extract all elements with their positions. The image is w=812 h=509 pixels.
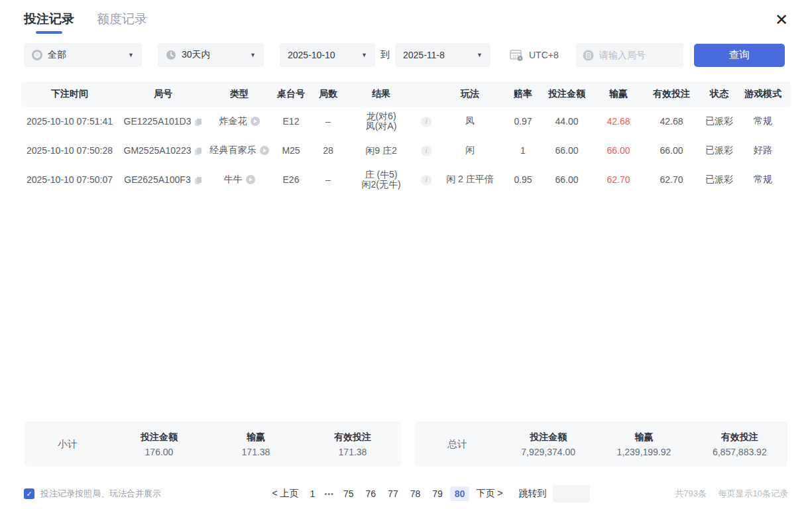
records-table: 下注时间 局号 类型 桌台号 局数 结果 玩法 赔率 投注金额 输赢 有效投注 … — [21, 82, 791, 194]
play-video-icon[interactable] — [251, 117, 260, 126]
close-icon[interactable]: ✕ — [771, 11, 792, 29]
copy-icon[interactable] — [194, 176, 202, 185]
info-icon[interactable]: i — [421, 146, 432, 156]
result-line1: 闲9 庄2 — [345, 146, 418, 156]
result-line2: 凤(对A) — [345, 121, 418, 131]
tab-betting-records[interactable]: 投注记录 — [24, 11, 74, 34]
chevron-down-icon: ▼ — [243, 52, 256, 58]
play-video-icon[interactable] — [246, 175, 255, 184]
page-button-78[interactable]: 78 — [406, 486, 426, 501]
page-button-77[interactable]: 77 — [383, 486, 403, 501]
info-icon[interactable]: i — [421, 175, 432, 186]
pagination: < 上页 1 ••• 75 76 77 78 79 80 下页 > 跳转到 — [243, 485, 616, 502]
valid-bet: 42.68 — [644, 116, 699, 127]
copy-icon[interactable] — [194, 118, 202, 127]
chevron-down-icon: ▼ — [355, 52, 367, 58]
valid-bet: 62.70 — [644, 174, 699, 185]
round-count: – — [312, 116, 345, 127]
total-valid: 有效投注 6,857,883.92 — [692, 431, 787, 457]
date-to-value: 2025-11-8 — [403, 50, 445, 60]
filter-bar: 全部 ▼ 30天内 ▼ 2025-10-10 ▼ 到 2025-11-8 ▼ U… — [24, 43, 788, 67]
prev-page-button[interactable]: < 上页 — [268, 486, 303, 502]
game-type: 牛牛 — [224, 174, 243, 184]
column-header-bet-amount: 投注金额 — [541, 88, 593, 100]
copy-icon[interactable] — [194, 147, 202, 156]
merge-checkbox[interactable]: ✓ — [24, 488, 34, 499]
merge-display-option: ✓ 投注记录按照局、玩法合并展示 — [24, 488, 243, 500]
result-line2: 闲2(无牛) — [345, 180, 418, 190]
game-type-cell: 牛牛 — [208, 174, 270, 186]
tab-label: 额度记录 — [97, 12, 147, 26]
jump-input[interactable] — [553, 485, 590, 502]
next-page-button[interactable]: 下页 > — [472, 486, 506, 502]
stat-label: 投注金额 — [111, 431, 207, 443]
chevron-down-icon: ▼ — [121, 52, 134, 58]
round-id-cell: GE1225A101D3 — [118, 116, 208, 127]
result-info-cell: i — [418, 115, 435, 127]
pages-ellipsis: ••• — [322, 490, 336, 498]
page-button-79[interactable]: 79 — [428, 486, 447, 501]
round-id: GE1225A101D3 — [124, 116, 192, 127]
info-icon[interactable]: i — [421, 117, 432, 127]
play-video-icon[interactable] — [260, 146, 269, 155]
result-info-cell: i — [418, 144, 435, 156]
result-cell: 闲9 庄2 — [345, 146, 418, 156]
search-input[interactable] — [599, 50, 672, 60]
game-type-value: 全部 — [48, 49, 66, 61]
table-row: 2025-10-10 07:51:41 GE1225A101D3 炸金花 E12… — [21, 107, 791, 136]
date-from-picker[interactable]: 2025-10-10 ▼ — [280, 43, 375, 67]
result-info-cell: i — [418, 174, 435, 186]
jump-to-page: 跳转到 — [518, 485, 590, 502]
bet-time: 2025-10-10 07:51:41 — [21, 116, 118, 127]
game-mode: 常规 — [740, 174, 786, 186]
status: 已派彩 — [699, 115, 740, 127]
timezone-value: UTC+8 — [529, 50, 559, 60]
play-type: 闲 — [435, 144, 505, 156]
round-id-search[interactable] — [576, 43, 683, 67]
column-header-play: 玩法 — [435, 88, 505, 100]
page-button-1[interactable]: 1 — [306, 486, 320, 501]
odds: 1 — [505, 145, 541, 156]
column-header-table-no: 桌台号 — [270, 88, 312, 100]
bet-time: 2025-10-10 07:50:07 — [21, 174, 118, 185]
tab-quota-records[interactable]: 额度记录 — [97, 11, 147, 34]
column-header-time: 下注时间 — [21, 88, 118, 100]
top-bar: 投注记录 额度记录 ✕ — [0, 0, 812, 34]
win-loss: 66.00 — [593, 145, 644, 156]
chip-icon — [32, 50, 42, 60]
total-bet: 投注金额 7,929,374.00 — [500, 431, 596, 457]
game-mode: 好路 — [740, 144, 786, 156]
page-button-75[interactable]: 75 — [339, 486, 359, 501]
odds: 0.95 — [505, 174, 541, 185]
round-id: GE2625A100F3 — [124, 174, 190, 185]
stat-label: 输赢 — [596, 431, 691, 443]
time-range-dropdown[interactable]: 30天内 ▼ — [158, 43, 264, 67]
footer-bar: ✓ 投注记录按照局、玩法合并展示 < 上页 1 ••• 75 76 77 78 … — [0, 479, 812, 509]
page-button-76[interactable]: 76 — [361, 486, 381, 501]
odds: 0.97 — [505, 116, 541, 127]
table-header-row: 下注时间 局号 类型 桌台号 局数 结果 玩法 赔率 投注金额 输赢 有效投注 … — [21, 82, 791, 107]
column-header-odds: 赔率 — [505, 88, 541, 100]
query-button[interactable]: 查询 — [694, 44, 785, 67]
jump-label: 跳转到 — [518, 488, 546, 500]
game-type-dropdown[interactable]: 全部 ▼ — [24, 43, 142, 67]
subtotal-valid: 有效投注 171.38 — [304, 431, 401, 457]
column-header-result: 结果 — [345, 88, 418, 100]
page-button-80-active[interactable]: 80 — [450, 486, 470, 501]
play-type: 闲 2 庄平倍 — [435, 174, 505, 186]
merge-checkbox-label: 投注记录按照局、玩法合并展示 — [40, 488, 161, 500]
total-box: 总计 投注金额 7,929,374.00 输赢 1,239,199.92 有效投… — [414, 422, 787, 467]
table-no: E26 — [270, 174, 312, 185]
column-header-rounds: 局数 — [312, 88, 345, 100]
active-tab-indicator — [36, 31, 62, 34]
table-row: 2025-10-10 07:50:28 GM2525A10223 经典百家乐 M… — [21, 136, 791, 165]
round-count: – — [312, 174, 345, 185]
bet-amount: 44.00 — [541, 116, 593, 127]
stat-label: 有效投注 — [304, 431, 401, 443]
chevron-down-icon: ▼ — [470, 52, 483, 58]
game-type: 炸金花 — [219, 115, 247, 126]
stat-label: 投注金额 — [500, 431, 596, 443]
date-to-picker[interactable]: 2025-11-8 ▼ — [395, 43, 491, 67]
column-header-type: 类型 — [208, 88, 270, 100]
tab-bar: 投注记录 额度记录 — [24, 11, 147, 34]
